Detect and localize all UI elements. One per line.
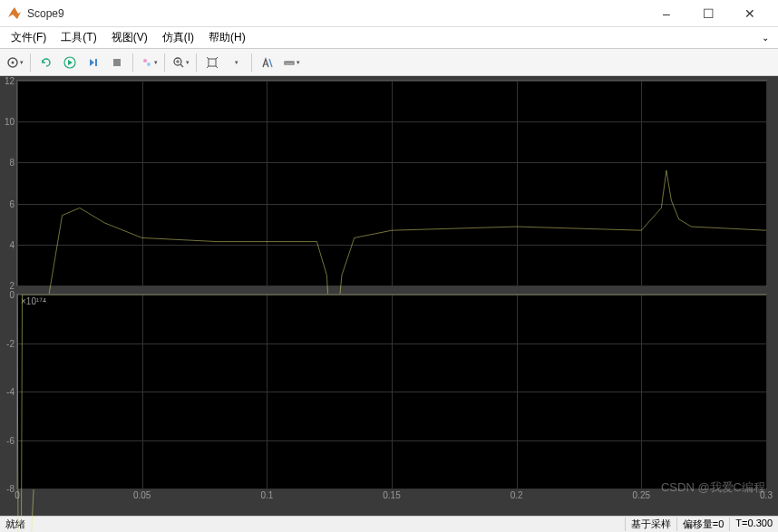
- close-button[interactable]: ✕: [729, 0, 771, 27]
- run-button[interactable]: [59, 52, 81, 73]
- svg-rect-3: [95, 59, 97, 66]
- svg-line-13: [269, 59, 272, 67]
- titlebar: Scope9 – ☐ ✕: [0, 0, 778, 27]
- trace-line: [17, 295, 766, 532]
- minimize-button[interactable]: –: [646, 0, 687, 27]
- svg-point-1: [11, 61, 14, 63]
- y-tick-label: 8: [9, 158, 17, 168]
- menu-file[interactable]: 文件(F): [4, 28, 53, 47]
- highlight-button[interactable]: [138, 52, 160, 73]
- autoscale-button[interactable]: [201, 52, 223, 73]
- plot-1[interactable]: 24681012: [16, 80, 767, 286]
- toolbar: [0, 49, 778, 76]
- svg-point-6: [147, 63, 151, 66]
- zoom-button[interactable]: [170, 52, 191, 73]
- plot-area: 24681012 -8-6-4-2000.050.10.150.20.250.3…: [0, 76, 778, 516]
- cursor-button[interactable]: [257, 52, 278, 73]
- y-tick-label: 10: [5, 117, 17, 127]
- step-forward-button[interactable]: [83, 52, 104, 73]
- svg-point-5: [143, 59, 147, 63]
- window-title: Scope9: [27, 7, 646, 20]
- maximize-button[interactable]: ☐: [687, 0, 729, 27]
- menu-simulation[interactable]: 仿真(I): [155, 28, 201, 47]
- y-tick-label: 12: [5, 76, 17, 86]
- menu-tools[interactable]: 工具(T): [53, 28, 103, 47]
- menu-view[interactable]: 视图(V): [104, 28, 155, 47]
- stop-button[interactable]: [106, 52, 128, 73]
- y-tick-label: 0: [9, 290, 17, 300]
- autoscale-options-button[interactable]: [225, 52, 247, 73]
- svg-rect-11: [209, 59, 216, 66]
- measurements-button[interactable]: [280, 52, 302, 73]
- y-tick-label: 6: [9, 198, 17, 208]
- settings-button[interactable]: [4, 52, 25, 73]
- y-tick-label: -6: [6, 435, 17, 445]
- menubar: 文件(F) 工具(T) 视图(V) 仿真(I) 帮助(H) ⌄: [0, 27, 778, 49]
- matlab-icon: [7, 6, 22, 21]
- restart-button[interactable]: [35, 52, 57, 73]
- menu-overflow-icon[interactable]: ⌄: [756, 33, 774, 43]
- y-tick-label: -4: [6, 387, 17, 397]
- plot-2[interactable]: -8-6-4-2000.050.10.150.20.250.3×10¹⁷⁴: [16, 294, 767, 489]
- svg-line-8: [180, 64, 183, 67]
- y-tick-label: -2: [6, 338, 17, 348]
- svg-rect-4: [113, 59, 121, 66]
- menu-help[interactable]: 帮助(H): [201, 28, 253, 47]
- y-tick-label: 4: [9, 239, 17, 249]
